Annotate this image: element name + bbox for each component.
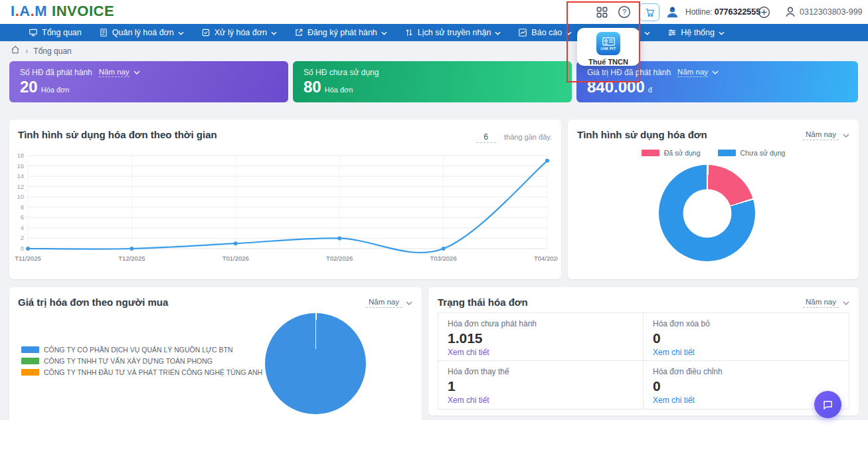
nav-item-lich-su-truyen-nhan[interactable]: Lịch sử truyền nhận — [396, 24, 510, 41]
svg-text:8: 8 — [21, 203, 24, 211]
svg-text:12: 12 — [17, 183, 24, 190]
donut-hole — [683, 189, 731, 237]
donut-legend: Đã sử dụng Chưa sử dụng — [568, 149, 859, 157]
usage-donut-card: Tình hình sử dụng hóa đơn Năm nay Đã sử … — [568, 120, 859, 279]
stat-unit: Hóa đơn — [325, 86, 353, 94]
external-link-icon — [294, 28, 304, 37]
svg-text:T02/2026: T02/2026 — [326, 255, 353, 262]
legend-item: CÔNG TY TNHH ĐẦU TƯ VÀ PHÁT TRIỂN CÔNG N… — [21, 368, 262, 376]
page-content: › Tổng quan Số HĐ đã phát hành Năm nay 2… — [0, 41, 868, 420]
card-title: Giá trị hóa đơn theo người mua — [18, 297, 168, 308]
svg-text:4: 4 — [21, 224, 24, 231]
nav-label: Báo cáo — [531, 28, 562, 37]
months-control: 6 tháng gần đây. — [476, 130, 552, 143]
pie-legend: CÔNG TY CỔ PHẦN DỊCH VỤ QUẢN LÝ NGUỒN LỰ… — [21, 346, 262, 380]
chat-button[interactable] — [814, 391, 841, 418]
legend-item: CÔNG TY CỔ PHẦN DỊCH VỤ QUẢN LÝ NGUỒN LỰ… — [21, 346, 262, 354]
stat-value: 20 — [20, 78, 38, 96]
card-title: Trạng thái hóa đơn — [438, 297, 528, 308]
stat-card-issued: Số HĐ đã phát hành Năm nay 20Hóa đơn — [9, 61, 288, 102]
stat-label: Số HĐ đã phát hành — [20, 68, 92, 77]
period-select[interactable]: Năm nay — [677, 68, 719, 77]
usage-donut-chart — [659, 165, 755, 261]
svg-text:14: 14 — [17, 172, 24, 179]
svg-text:T01/2026: T01/2026 — [222, 255, 249, 262]
period-select[interactable]: Năm nay — [99, 68, 140, 77]
usage-over-time-card: Tình hình sử dụng hóa đơn theo thời gian… — [9, 120, 561, 279]
app-name: Thuế TNCN — [588, 58, 628, 66]
months-suffix: tháng gần đây. — [504, 133, 552, 141]
chevron-down-icon — [271, 28, 277, 37]
stat-card-unused: Số HĐ chưa sử dụng 80Hóa đơn — [293, 61, 572, 102]
svg-text:10: 10 — [17, 193, 24, 200]
buyer-pie-card: Giá trị hóa đơn theo người mua Năm nay C… — [9, 287, 422, 420]
hotline-label: Hotline: — [685, 7, 713, 17]
svg-text:18: 18 — [17, 152, 24, 159]
nav-item-quan-ly-hoa-don[interactable]: Quản lý hoá đơn — [90, 24, 193, 41]
svg-text:16: 16 — [17, 162, 24, 170]
period-select[interactable]: Năm nay — [803, 130, 849, 140]
chevron-down-icon — [719, 28, 725, 37]
apps-grid-icon[interactable] — [596, 6, 608, 19]
legend-item: Đã sử dụng — [642, 149, 701, 157]
period-select[interactable]: Năm nay — [366, 298, 412, 308]
status-cell-link-2[interactable]: Xem chi tiết — [448, 396, 634, 405]
account-icon[interactable] — [784, 5, 797, 19]
status-table: Hóa đơn chưa phát hành 1.015 Xem chi tiế… — [438, 312, 849, 410]
svg-text:T12/2025: T12/2025 — [118, 255, 145, 262]
logo-text: I — [11, 3, 15, 19]
nav-item-xu-ly-hoa-don[interactable]: Xử lý hóa đơn — [193, 24, 286, 41]
monitor-icon — [29, 28, 38, 37]
period-select[interactable]: Năm nay — [803, 298, 849, 308]
support-agent-icon[interactable] — [665, 5, 680, 20]
app-header: I.A.MINVOICE ? Hotline: 0776322555 03123… — [0, 0, 868, 24]
line-chart: 024681012141618T11/2025T12/2025T01/2026T… — [12, 150, 558, 271]
nav-item-dang-ky-phat-hanh[interactable]: Đăng ký phát hành — [286, 24, 396, 41]
main-nav: Tổng quan Quản lý hoá đơn Xử lý hóa đơn … — [0, 24, 868, 41]
svg-text:6: 6 — [21, 213, 24, 221]
legend-item: CÔNG TY TNHH TƯ VẤN XÂY DỰNG TOÀN PHONG — [21, 357, 262, 365]
chevron-down-icon — [381, 28, 387, 37]
nav-label: Lịch sử truyền nhận — [418, 28, 491, 37]
chevron-down-icon — [712, 70, 719, 74]
chat-bubble-icon — [822, 399, 834, 411]
breadcrumb: › Tổng quan — [0, 41, 868, 57]
status-cell-link-0[interactable]: Xem chi tiết — [448, 348, 634, 357]
id-card-icon — [602, 37, 615, 46]
cart-button[interactable] — [640, 3, 659, 21]
chevron-down-icon — [495, 28, 501, 37]
status-cell-link-3[interactable]: Xem chi tiết — [653, 396, 839, 405]
stat-value: 840.000 — [587, 78, 645, 96]
iam-pit-app-tile[interactable]: IAM PIT — [596, 32, 620, 55]
nav-item-he-thong[interactable]: Hệ thống — [659, 24, 733, 41]
status-cell: Hóa đơn thay thế 1 Xem chi tiết — [438, 361, 644, 409]
home-icon[interactable] — [11, 45, 20, 57]
app-logo[interactable]: I.A.MINVOICE — [11, 3, 114, 20]
status-cell-link-1[interactable]: Xem chi tiết — [653, 348, 839, 357]
nav-label: Xử lý hóa đơn — [215, 28, 267, 37]
stat-label: Số HĐ chưa sử dụng — [304, 68, 379, 77]
tile-label: IAM PIT — [601, 47, 616, 51]
stat-unit: đ — [648, 86, 652, 94]
add-circle-icon[interactable] — [758, 6, 770, 19]
chevron-down-icon — [133, 70, 140, 74]
svg-text:0: 0 — [21, 245, 24, 252]
document-icon — [99, 28, 108, 37]
hotline-number: 0776322555 — [715, 7, 761, 17]
sliders-icon — [667, 28, 677, 37]
apps-popup: IAM PIT Thuế TNCN — [577, 28, 640, 66]
nav-item-bao-cao[interactable]: Báo cáo — [509, 24, 580, 41]
card-title: Tình hình sử dụng hóa đơn — [577, 129, 707, 140]
nav-label: Hệ thống — [681, 28, 715, 37]
months-input[interactable]: 6 — [476, 132, 496, 143]
stat-value: 80 — [304, 78, 321, 96]
nav-label: Tổng quan — [42, 28, 82, 37]
help-icon[interactable]: ? — [618, 5, 631, 19]
account-number[interactable]: 0312303803-999 — [800, 7, 863, 17]
hotline: Hotline: 0776322555 — [685, 7, 760, 17]
svg-text:2: 2 — [21, 234, 24, 241]
chevron-down-icon — [644, 28, 650, 37]
stat-unit: Hóa đơn — [41, 86, 70, 94]
chevron-down-icon — [406, 301, 412, 305]
nav-item-tong-quan[interactable]: Tổng quan — [20, 24, 90, 41]
